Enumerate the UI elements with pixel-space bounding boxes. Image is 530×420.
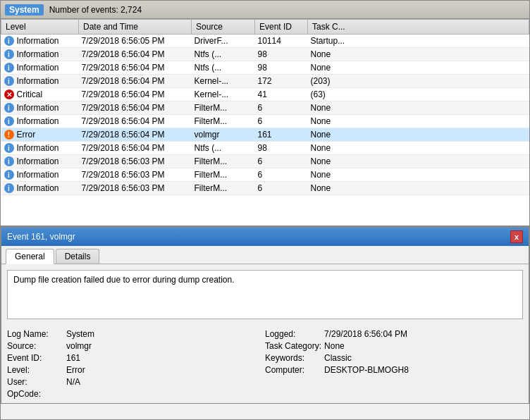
detail-message-box: Dump file creation failed due to error d… xyxy=(7,270,523,319)
eventid-cell: 98 xyxy=(255,48,308,61)
source-cell: Ntfs (... xyxy=(192,48,255,61)
task-cell: None xyxy=(308,115,529,128)
table-row[interactable]: iInformation7/29/2018 6:56:03 PMFilterM.… xyxy=(1,155,529,168)
field-label: Computer: xyxy=(265,365,321,375)
task-cell: (63) xyxy=(308,88,529,101)
field-value: Error xyxy=(66,365,85,375)
detail-close-button[interactable]: x xyxy=(510,230,523,243)
datetime-cell: 7/29/2018 6:56:05 PM xyxy=(79,35,192,48)
system-label: System xyxy=(5,4,44,16)
table-row[interactable]: iInformation7/29/2018 6:56:04 PMNtfs (..… xyxy=(1,142,529,155)
detail-title: Event 161, volmgr xyxy=(7,232,75,242)
field-label: User: xyxy=(7,377,63,387)
task-cell: (203) xyxy=(308,75,529,88)
field-value: DESKTOP-BLMOGH8 xyxy=(324,365,409,375)
level-label: Information xyxy=(17,76,59,86)
field-label: OpCode: xyxy=(7,389,63,399)
event-table-area: Level Date and Time Source Event ID Task… xyxy=(1,19,529,227)
info-icon: i xyxy=(4,63,14,73)
error-icon: ! xyxy=(4,130,14,140)
table-row[interactable]: iInformation7/29/2018 6:56:04 PMNtfs (..… xyxy=(1,48,529,61)
eventid-cell: 41 xyxy=(255,88,308,101)
level-cell: iInformation xyxy=(1,155,79,168)
event-count: Number of events: 2,724 xyxy=(49,5,142,15)
field-row: User:N/A xyxy=(7,377,265,387)
detail-fields-left: Log Name:SystemSource:volmgrEvent ID:161… xyxy=(7,329,265,399)
field-label: Logged: xyxy=(265,329,321,339)
table-row[interactable]: iInformation7/29/2018 6:56:03 PMFilterM.… xyxy=(1,182,529,195)
level-cell: !Error xyxy=(1,128,79,142)
field-label: Level: xyxy=(7,365,63,375)
info-icon: i xyxy=(4,170,14,180)
level-label: Information xyxy=(17,116,59,126)
col-source[interactable]: Source xyxy=(192,20,255,35)
table-row[interactable]: !Error7/29/2018 6:56:04 PMvolmgr161None xyxy=(1,128,529,142)
eventid-cell: 98 xyxy=(255,142,308,155)
source-cell: FilterM... xyxy=(192,168,255,182)
col-eventid[interactable]: Event ID xyxy=(255,20,308,35)
level-label: Critical xyxy=(17,89,43,99)
eventid-cell: 6 xyxy=(255,155,308,168)
info-icon: i xyxy=(4,103,14,113)
datetime-cell: 7/29/2018 6:56:04 PM xyxy=(79,142,192,155)
eventid-cell: 6 xyxy=(255,115,308,128)
main-window: System Number of events: 2,724 Level Dat… xyxy=(0,0,530,420)
table-row[interactable]: ✕Critical7/29/2018 6:56:04 PMKernel-...4… xyxy=(1,88,529,101)
field-row: Keywords:Classic xyxy=(265,353,523,363)
task-cell: None xyxy=(308,61,529,75)
level-label: Error xyxy=(17,130,36,140)
eventid-cell: 161 xyxy=(255,128,308,142)
source-cell: FilterM... xyxy=(192,182,255,195)
col-level[interactable]: Level xyxy=(1,20,79,35)
field-value: 7/29/2018 6:56:04 PM xyxy=(324,329,407,339)
field-row: Task Category:None xyxy=(265,341,523,351)
col-task[interactable]: Task C... xyxy=(308,20,529,35)
task-cell: None xyxy=(308,142,529,155)
task-cell: None xyxy=(308,155,529,168)
field-value: 161 xyxy=(66,353,80,363)
eventid-cell: 98 xyxy=(255,61,308,75)
detail-title-bar: Event 161, volmgr x xyxy=(1,228,529,246)
field-value: volmgr xyxy=(66,341,92,351)
field-label: Task Category: xyxy=(265,341,321,351)
info-icon: i xyxy=(4,183,14,193)
info-icon: i xyxy=(4,49,14,59)
level-label: Information xyxy=(17,103,59,113)
datetime-cell: 7/29/2018 6:56:03 PM xyxy=(79,155,192,168)
table-header-row: Level Date and Time Source Event ID Task… xyxy=(1,20,529,35)
table-row[interactable]: iInformation7/29/2018 6:56:05 PMDriverF.… xyxy=(1,35,529,48)
level-cell: iInformation xyxy=(1,35,79,48)
table-row[interactable]: iInformation7/29/2018 6:56:03 PMFilterM.… xyxy=(1,168,529,182)
task-cell: None xyxy=(308,182,529,195)
level-label: Information xyxy=(17,49,59,59)
col-datetime[interactable]: Date and Time xyxy=(79,20,192,35)
table-row[interactable]: iInformation7/29/2018 6:56:04 PMNtfs (..… xyxy=(1,61,529,75)
table-row[interactable]: iInformation7/29/2018 6:56:04 PMFilterM.… xyxy=(1,101,529,115)
table-row[interactable]: iInformation7/29/2018 6:56:04 PMKernel-.… xyxy=(1,75,529,88)
task-cell: Startup... xyxy=(308,35,529,48)
eventid-cell: 6 xyxy=(255,101,308,115)
tab-general[interactable]: General xyxy=(6,249,54,264)
critical-icon: ✕ xyxy=(4,89,14,99)
datetime-cell: 7/29/2018 6:56:04 PM xyxy=(79,48,192,61)
field-row: Source:volmgr xyxy=(7,341,265,351)
level-cell: iInformation xyxy=(1,182,79,195)
eventid-cell: 6 xyxy=(255,168,308,182)
datetime-cell: 7/29/2018 6:56:04 PM xyxy=(79,88,192,101)
task-cell: None xyxy=(308,101,529,115)
task-cell: None xyxy=(308,48,529,61)
eventid-cell: 172 xyxy=(255,75,308,88)
field-label: Log Name: xyxy=(7,329,63,339)
table-row[interactable]: iInformation7/29/2018 6:56:04 PMFilterM.… xyxy=(1,115,529,128)
source-cell: Kernel-... xyxy=(192,88,255,101)
level-cell: iInformation xyxy=(1,101,79,115)
source-cell: FilterM... xyxy=(192,155,255,168)
detail-fields: Log Name:SystemSource:volmgrEvent ID:161… xyxy=(1,325,529,403)
field-row: Log Name:System xyxy=(7,329,265,339)
source-cell: FilterM... xyxy=(192,115,255,128)
source-cell: Ntfs (... xyxy=(192,142,255,155)
source-cell: FilterM... xyxy=(192,101,255,115)
level-label: Information xyxy=(17,36,59,46)
tab-details[interactable]: Details xyxy=(56,249,100,264)
top-bar: System Number of events: 2,724 xyxy=(1,1,529,19)
